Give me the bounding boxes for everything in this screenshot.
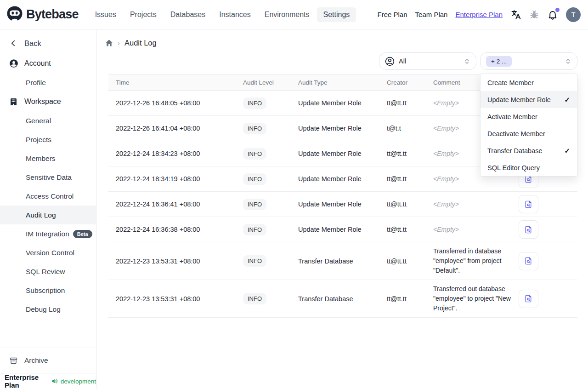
audit-level-badge: INFO [243, 255, 266, 267]
home-icon[interactable] [105, 39, 113, 47]
audit-time: 2022-12-24 18:34:19 +08:00 [116, 175, 243, 183]
brand-wordmark: Bytebase [26, 7, 79, 22]
nav-link-settings[interactable]: Settings [317, 7, 356, 22]
updown-chevron-icon [565, 58, 571, 65]
nav-link-databases[interactable]: Databases [164, 7, 212, 22]
user-filter-icon [385, 57, 395, 66]
sidebar-item-members[interactable]: Members [0, 149, 96, 168]
notification-bell-icon[interactable] [547, 9, 558, 20]
menu-item-label: Activate Member [487, 113, 537, 120]
audit-type: Update Member Role [298, 99, 387, 107]
environment-label: development [61, 378, 96, 385]
account-section-label: Account [24, 59, 51, 68]
back-label: Back [24, 39, 41, 48]
account-person-icon [9, 59, 18, 68]
audit-creator: tt@tt.tt [387, 257, 433, 265]
audit-creator: t@t.t [387, 125, 433, 132]
audit-creator: tt@tt.tt [387, 200, 433, 208]
audit-comment: <Empty> [433, 195, 517, 213]
sidebar-item-audit-log[interactable]: Audit Log [0, 206, 96, 224]
archive-section: Archive [0, 348, 96, 373]
audit-type: Transfer Database [298, 257, 387, 265]
audit-type: Update Member Role [298, 175, 387, 183]
audit-time: 2022-12-24 18:34:23 +08:00 [116, 150, 243, 157]
avatar[interactable]: T [566, 7, 581, 22]
menu-item-deactivate-member[interactable]: Deactivate Member [481, 125, 577, 142]
check-icon: ✓ [564, 147, 570, 155]
sidebar-item-sensitive-data[interactable]: Sensitive Data [0, 168, 96, 187]
team-plan-button[interactable]: Team Plan [415, 11, 448, 18]
chevron-right-icon: › [118, 39, 120, 47]
page-title: Audit Log [124, 39, 157, 47]
view-detail-button[interactable] [519, 220, 538, 239]
sidebar-nav: Back Account Profile Workspace General P… [0, 30, 96, 348]
top-navbar: Bytebase Issues Projects Databases Insta… [0, 0, 588, 29]
nav-link-issues[interactable]: Issues [89, 7, 123, 22]
nav-link-instances[interactable]: Instances [213, 7, 257, 22]
free-plan-button[interactable]: Free Plan [378, 11, 407, 18]
sidebar-item-access-control[interactable]: Access Control [0, 187, 96, 206]
column-creator: Creator [387, 79, 433, 86]
audit-type: Update Member Role [298, 150, 387, 157]
audit-type: Update Member Role [298, 226, 387, 233]
sidebar-item-debug-log[interactable]: Debug Log [0, 300, 96, 319]
audit-type: Update Member Role [298, 125, 387, 132]
main-nav: Issues Projects Databases Instances Envi… [89, 7, 356, 22]
sidebar-item-im-integration[interactable]: IM Integration Beta [0, 224, 96, 243]
audit-level-badge: INFO [243, 224, 266, 235]
notification-dot [555, 8, 560, 12]
check-icon: ✓ [564, 96, 570, 104]
creator-filter-select[interactable]: All [379, 52, 476, 70]
nav-right-group: Free Plan Team Plan Enterprise Plan T [378, 7, 581, 22]
sidebar-item-subscription[interactable]: Subscription [0, 281, 96, 300]
audit-creator: tt@tt.tt [387, 175, 433, 183]
sidebar-item-sql-review[interactable]: SQL Review [0, 262, 96, 281]
menu-item-activate-member[interactable]: Activate Member [481, 108, 577, 125]
nav-link-environments[interactable]: Environments [258, 7, 316, 22]
audit-time: 2022-12-24 16:36:41 +08:00 [116, 200, 243, 208]
menu-item-label: SQL Editor Query [487, 164, 540, 172]
view-detail-button[interactable] [519, 252, 538, 270]
workspace-building-icon [9, 97, 18, 106]
audit-time: 2022-12-23 13:53:31 +08:00 [116, 257, 243, 265]
audit-comment: Transferred out database "employee" to p… [433, 280, 517, 317]
view-detail-button[interactable] [519, 195, 538, 213]
sidebar-item-general[interactable]: General [0, 111, 96, 130]
language-icon[interactable] [510, 9, 521, 20]
menu-item-update-member-role[interactable]: Update Member Role ✓ [481, 91, 577, 108]
audit-type-filter-menu: Create Member Update Member Role ✓ Activ… [480, 74, 577, 177]
audit-type-filter-select[interactable]: + 2 ... [480, 52, 577, 70]
bug-icon[interactable] [529, 10, 539, 20]
nav-link-projects[interactable]: Projects [124, 7, 163, 22]
menu-item-label: Update Member Role [487, 96, 551, 103]
sidebar-section-account: Account [0, 54, 96, 73]
back-button[interactable]: Back [0, 34, 96, 53]
audit-comment: Transferred in database "employee" from … [433, 242, 517, 280]
audit-level-badge: INFO [243, 173, 266, 185]
archive-button[interactable]: Archive [0, 351, 96, 370]
audit-comment: <Empty> [433, 221, 517, 239]
view-detail-button[interactable] [519, 290, 538, 308]
menu-item-create-member[interactable]: Create Member [481, 74, 577, 91]
sidebar-item-label: IM Integration [26, 230, 69, 238]
audit-time: 2022-12-23 13:53:31 +08:00 [116, 295, 243, 303]
settings-sidebar: Back Account Profile Workspace General P… [0, 30, 96, 389]
table-row: 2022-12-23 13:53:31 +08:00 INFO Transfer… [108, 242, 577, 280]
audit-level-badge: INFO [243, 123, 266, 134]
menu-item-label: Transfer Database [487, 147, 543, 154]
audit-time: 2022-12-26 16:48:05 +08:00 [116, 99, 243, 107]
audit-type-filter-value: + 2 ... [486, 56, 512, 67]
menu-item-transfer-database[interactable]: Transfer Database ✓ [481, 142, 577, 159]
sidebar-item-profile[interactable]: Profile [0, 73, 96, 92]
sidebar-item-version-control[interactable]: Version Control [0, 243, 96, 262]
sidebar-item-projects[interactable]: Projects [0, 130, 96, 149]
enterprise-plan-link[interactable]: Enterprise Plan [455, 11, 503, 18]
audit-type: Update Member Role [298, 200, 387, 208]
audit-time: 2022-12-24 16:36:38 +08:00 [116, 226, 243, 233]
menu-item-sql-editor-query[interactable]: SQL Editor Query [481, 159, 577, 176]
main-content: › Audit Log All + 2 ... [97, 30, 588, 389]
current-plan-label: Enterprise Plan [5, 373, 49, 389]
bytebase-mascot-icon [6, 6, 23, 24]
bytebase-logo[interactable]: Bytebase [6, 6, 79, 24]
sidebar-section-workspace: Workspace [0, 92, 96, 111]
